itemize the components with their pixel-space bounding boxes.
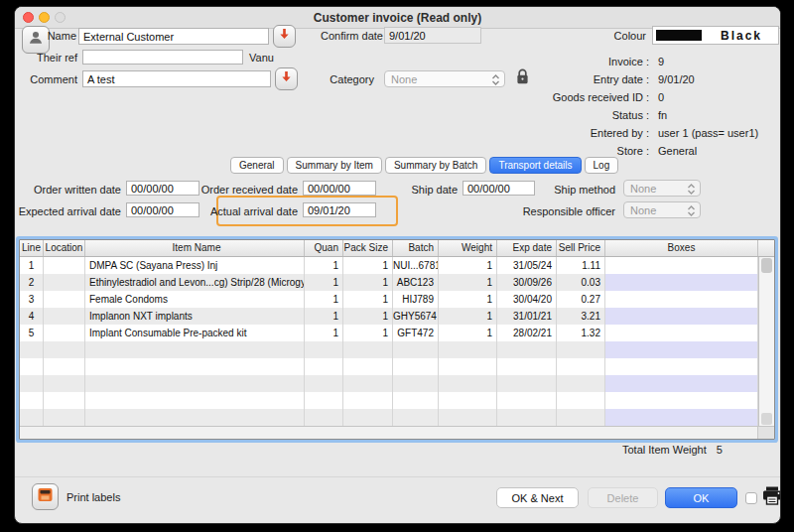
name-lookup-button[interactable] (273, 25, 296, 48)
table-cell (343, 409, 393, 426)
table-cell (44, 341, 85, 358)
invoice-lines-table[interactable]: LineLocationItem NameQuanPack SizeBatchW… (19, 239, 775, 440)
ok-and-next-button[interactable]: OK & Next (496, 487, 579, 508)
expected-arrival-date-field[interactable]: 00/00/00 (126, 202, 199, 217)
print-labels-button[interactable] (32, 483, 59, 510)
table-cell: 3 (20, 291, 44, 308)
horizontal-scrollbar[interactable] (20, 426, 774, 439)
column-header-boxes[interactable]: Boxes (605, 240, 758, 256)
expected-arrival-date-value: 00/00/00 (131, 204, 174, 216)
ship-date-label: Ship date (412, 184, 458, 196)
table-cell (497, 358, 557, 375)
ship-date-field[interactable]: 00/00/00 (463, 181, 535, 196)
entry-date-value: 9/01/20 (658, 73, 695, 85)
table-cell: 1 (305, 257, 343, 274)
invoice-value: 9 (658, 56, 664, 67)
table-cell (20, 375, 44, 392)
table-cell: 1 (305, 308, 343, 325)
table-cell[interactable] (605, 375, 758, 392)
table-cell[interactable] (605, 291, 758, 308)
table-cell: 1 (343, 274, 393, 291)
table-cell: 1.32 (557, 325, 605, 341)
delete-button[interactable]: Delete (588, 487, 658, 508)
tab-transport-details[interactable]: Transport details (489, 157, 581, 174)
column-header-batch[interactable]: Batch (393, 240, 439, 256)
column-header-location[interactable]: Location (44, 240, 85, 256)
confirm-date-value: 9/01/20 (389, 30, 426, 42)
category-dropdown[interactable]: None (384, 70, 505, 87)
print-checkbox[interactable] (745, 492, 757, 504)
goods-received-id-label: Goods received ID : (553, 91, 649, 103)
comment-edit-button[interactable] (275, 67, 298, 90)
lock-icon (515, 67, 530, 90)
column-header-item-name[interactable]: Item Name (85, 240, 305, 256)
comment-input[interactable]: A test (82, 70, 271, 87)
table-cell (305, 341, 343, 358)
table-cell[interactable] (605, 341, 758, 358)
category-value: None (391, 73, 417, 85)
table-cell[interactable] (605, 257, 758, 274)
table-row-empty[interactable] (20, 409, 774, 426)
table-cell (305, 375, 343, 392)
table-cell: HIJ789 (393, 291, 439, 308)
table-row[interactable]: 5Implant Consumable Pre-packed kit11GFT4… (20, 325, 774, 341)
table-row[interactable]: 2Ethinylestradiol and Levon...cg) Strip/… (20, 274, 774, 291)
column-header-quan[interactable]: Quan (305, 240, 343, 256)
table-cell[interactable] (605, 325, 758, 341)
tab-summary-by-item[interactable]: Summary by Item (287, 157, 382, 174)
expected-arrival-date-label: Expected arrival date (19, 205, 121, 217)
table-cell (393, 341, 439, 358)
responsible-officer-dropdown[interactable]: None (623, 201, 701, 218)
order-received-date-field[interactable]: 00/00/00 (303, 181, 376, 196)
order-written-date-field[interactable]: 00/00/00 (126, 181, 199, 196)
ship-method-dropdown[interactable]: None (623, 180, 701, 197)
table-row[interactable]: 4Implanon NXT implants11GHY5674131/01/21… (20, 308, 774, 325)
table-cell[interactable] (605, 274, 758, 291)
table-cell (439, 409, 497, 426)
name-input[interactable]: External Customer (78, 28, 269, 45)
status-label: Status : (612, 109, 649, 121)
their-ref-input[interactable] (82, 50, 243, 65)
column-header-sell-price[interactable]: Sell Price (557, 240, 605, 256)
colour-field[interactable]: Black (652, 26, 779, 45)
table-cell: 1 (439, 308, 497, 325)
comment-value: A test (87, 73, 115, 85)
table-cell (557, 341, 605, 358)
ship-method-label: Ship method (554, 184, 615, 196)
red-down-arrow-icon (279, 69, 294, 88)
table-cell (305, 392, 343, 409)
table-row-empty[interactable] (20, 358, 774, 375)
red-down-arrow-icon (277, 27, 292, 46)
table-row-empty[interactable] (20, 341, 774, 358)
table-cell[interactable] (605, 308, 758, 325)
customer-details-button[interactable] (22, 26, 50, 54)
comment-label: Comment (30, 73, 77, 85)
table-row[interactable]: 1DMPA SC (Sayana Press) Inj11NUI...67811… (20, 257, 774, 274)
tab-general[interactable]: General (230, 157, 284, 174)
table-row-empty[interactable] (20, 392, 774, 409)
table-cell[interactable] (605, 392, 758, 409)
table-cell: 1.11 (557, 257, 605, 274)
tab-summary-by-batch[interactable]: Summary by Batch (385, 157, 486, 174)
table-cell (20, 409, 44, 426)
table-cell[interactable] (605, 358, 758, 375)
table-row-empty[interactable] (20, 375, 774, 392)
column-header-pack-size[interactable]: Pack Size (343, 240, 393, 256)
table-cell (20, 358, 44, 375)
table-row[interactable]: 3Female Condoms11HIJ789130/04/200.27 (20, 291, 774, 308)
table-cell: 30/09/26 (497, 274, 557, 291)
table-cell (393, 392, 439, 409)
scrollbar-thumb[interactable] (761, 258, 772, 273)
table-cell[interactable] (605, 409, 758, 426)
printer-icon[interactable] (760, 485, 781, 511)
ok-button[interactable]: OK (665, 487, 737, 508)
actual-arrival-date-field[interactable]: 09/01/20 (303, 202, 376, 217)
vertical-scrollbar[interactable] (758, 257, 774, 426)
column-header-exp-date[interactable]: Exp date (497, 240, 557, 256)
column-header-line[interactable]: Line (20, 240, 44, 256)
tab-log[interactable]: Log (585, 157, 619, 174)
table-cell: 1 (305, 325, 343, 341)
responsible-officer-value: None (630, 204, 656, 216)
column-header-weight[interactable]: Weight (439, 240, 497, 256)
table-cell (343, 392, 393, 409)
